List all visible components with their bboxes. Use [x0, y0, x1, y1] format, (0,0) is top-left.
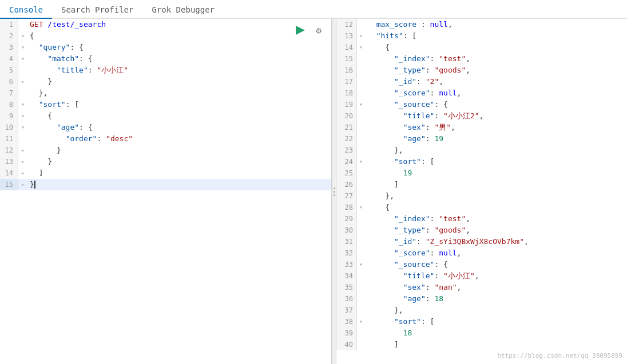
- result-gutter-34: [357, 270, 365, 282]
- line-code-15[interactable]: }: [27, 179, 331, 190]
- result-code-14: {: [365, 42, 627, 53]
- result-num-14: 14: [336, 42, 357, 53]
- line-code-14[interactable]: ]: [27, 167, 331, 179]
- line-num-6: 6: [0, 76, 18, 87]
- tab-search-profiler[interactable]: Search Profiler: [52, 2, 142, 19]
- line-gutter-2[interactable]: [18, 30, 27, 42]
- result-gutter-24[interactable]: [357, 156, 365, 167]
- result-gutter-36: [357, 293, 365, 305]
- result-num-16: 16: [336, 65, 357, 76]
- line-gutter-13[interactable]: [18, 156, 27, 167]
- result-code-32: "_score": null,: [365, 247, 627, 259]
- result-code-40: ]: [365, 339, 627, 350]
- line-code-5[interactable]: "title": "小小江": [27, 65, 331, 76]
- result-code-17: "_id": "2",: [365, 76, 627, 87]
- result-gutter-28[interactable]: [357, 202, 365, 213]
- result-code-20: "title": "小小江2",: [365, 110, 627, 122]
- line-num-14: 14: [0, 167, 18, 179]
- result-num-18: 18: [336, 87, 357, 99]
- result-code-12: max_score : null,: [365, 19, 627, 30]
- result-gutter-25: [357, 167, 365, 179]
- line-gutter-10[interactable]: [18, 122, 27, 133]
- line-code-6[interactable]: }: [27, 76, 331, 87]
- result-gutter-27[interactable]: [357, 190, 365, 202]
- result-gutter-38[interactable]: [357, 316, 365, 327]
- line-code-2[interactable]: {: [27, 30, 331, 42]
- line-num-3: 3: [0, 42, 18, 53]
- panel-divider[interactable]: [332, 19, 336, 364]
- result-gutter-15: [357, 53, 365, 65]
- result-num-33: 33: [336, 259, 357, 270]
- result-gutter-40[interactable]: [357, 339, 365, 350]
- result-gutter-23[interactable]: [357, 145, 365, 156]
- method-token: GET: [30, 20, 43, 29]
- line-code-3[interactable]: "query": {: [27, 42, 331, 53]
- line-gutter-12[interactable]: [18, 145, 27, 156]
- result-code-21: "sex": "男",: [365, 122, 627, 133]
- line-gutter-8[interactable]: [18, 99, 27, 110]
- result-line-31: 31 "_id": "Z_sYi3QBxWjX8cOVb7km",: [336, 236, 627, 247]
- result-line-13: 13 "hits": [: [336, 30, 627, 42]
- result-code-18: "_score": null,: [365, 87, 627, 99]
- editor-line-2: 2 {: [0, 30, 331, 42]
- result-num-35: 35: [336, 282, 357, 293]
- editor-content[interactable]: 1 GET /test/_search 2 { 3 "query": { 4: [0, 19, 331, 364]
- tab-console[interactable]: Console: [0, 2, 52, 19]
- result-num-17: 17: [336, 76, 357, 87]
- result-line-25: 25 19: [336, 167, 627, 179]
- result-gutter-14[interactable]: [357, 42, 365, 53]
- editor-line-14: 14 ]: [0, 167, 331, 179]
- editor-line-9: 9 {: [0, 110, 331, 122]
- result-line-15: 15 "_index": "test",: [336, 53, 627, 65]
- settings-button[interactable]: ⚙: [312, 23, 326, 37]
- result-code-34: "title": "小小江",: [365, 270, 627, 282]
- run-button[interactable]: [293, 23, 307, 37]
- result-line-26: 26 ]: [336, 179, 627, 190]
- result-code-19: "_source": {: [365, 99, 627, 110]
- result-gutter-13[interactable]: [357, 30, 365, 42]
- line-num-4: 4: [0, 53, 18, 65]
- result-line-40: 40 ]: [336, 339, 627, 350]
- line-gutter-15[interactable]: [18, 179, 27, 190]
- line-num-9: 9: [0, 110, 18, 122]
- result-line-33: 33 "_source": {: [336, 259, 627, 270]
- result-line-14: 14 {: [336, 42, 627, 53]
- result-line-28: 28 {: [336, 202, 627, 213]
- result-code-26: ]: [365, 179, 627, 190]
- line-gutter-4[interactable]: [18, 53, 27, 65]
- tab-grok-debugger[interactable]: Grok Debugger: [142, 2, 224, 19]
- result-gutter-20: [357, 110, 365, 122]
- line-code-4[interactable]: "match": {: [27, 53, 331, 65]
- line-code-13[interactable]: }: [27, 156, 331, 167]
- result-line-30: 30 "_type": "goods",: [336, 225, 627, 236]
- result-num-38: 38: [336, 316, 357, 327]
- result-gutter-37[interactable]: [357, 305, 365, 316]
- editor-line-1: 1 GET /test/_search: [0, 19, 331, 30]
- result-gutter-19[interactable]: [357, 99, 365, 110]
- line-num-5: 5: [0, 65, 18, 76]
- line-code-9[interactable]: {: [27, 110, 331, 122]
- result-gutter-33[interactable]: [357, 259, 365, 270]
- line-code-8[interactable]: "sort": [: [27, 99, 331, 110]
- result-gutter-30: [357, 225, 365, 236]
- result-code-38: "sort": [: [365, 316, 627, 327]
- result-gutter-31: [357, 236, 365, 247]
- result-line-21: 21 "sex": "男",: [336, 122, 627, 133]
- line-code-7[interactable]: },: [27, 87, 331, 99]
- line-code-12[interactable]: }: [27, 145, 331, 156]
- result-line-32: 32 "_score": null,: [336, 247, 627, 259]
- line-gutter-6[interactable]: [18, 76, 27, 87]
- line-code-1[interactable]: GET /test/_search: [27, 19, 331, 30]
- results-panel[interactable]: 12 max_score : null, 13 "hits": [ 14 { 1…: [336, 19, 627, 364]
- line-gutter-14[interactable]: [18, 167, 27, 179]
- result-line-18: 18 "_score": null,: [336, 87, 627, 99]
- result-gutter-26[interactable]: [357, 179, 365, 190]
- line-gutter-3[interactable]: [18, 42, 27, 53]
- result-gutter-29: [357, 213, 365, 225]
- result-line-20: 20 "title": "小小江2",: [336, 110, 627, 122]
- line-gutter-9[interactable]: [18, 110, 27, 122]
- main-content: ⚙ 1 GET /test/_search 2 { 3 "query": {: [0, 19, 627, 364]
- line-code-10[interactable]: "age": {: [27, 122, 331, 133]
- result-line-16: 16 "_type": "goods",: [336, 65, 627, 76]
- line-code-11[interactable]: "order": "desc": [27, 133, 331, 145]
